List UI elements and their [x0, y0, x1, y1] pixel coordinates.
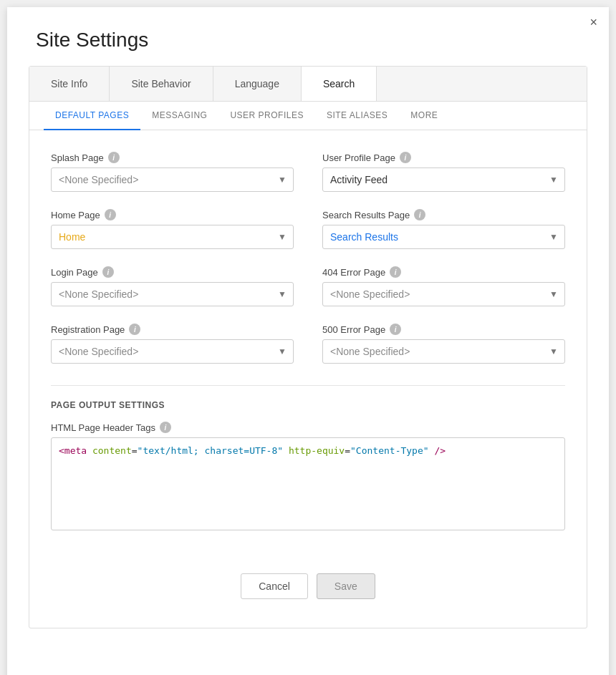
field-group-user-profile-page: User Profile Page i Activity Feed ▼	[322, 152, 565, 192]
search-results-page-select-wrapper: Search Results ▼	[322, 225, 565, 249]
search-results-page-label: Search Results Page i	[322, 209, 565, 220]
save-button[interactable]: Save	[317, 573, 375, 599]
user-profile-page-select-wrapper: Activity Feed ▼	[322, 167, 565, 192]
tab-site-info[interactable]: Site Info	[29, 67, 110, 101]
registration-page-select-wrapper: <None Specified> ▼	[51, 339, 294, 364]
registration-page-info-icon[interactable]: i	[129, 324, 140, 335]
field-group-404-page: 404 Error Page i <None Specified> ▼	[322, 266, 565, 306]
page-title: Site Settings	[7, 7, 609, 66]
error-500-page-label: 500 Error Page i	[322, 324, 565, 335]
html-tags-group: HTML Page Header Tags i <meta content="t…	[51, 422, 565, 530]
home-page-select-wrapper: Home ▼	[51, 225, 294, 249]
modal-container: × Site Settings Site Info Site Behavior …	[7, 7, 609, 675]
cancel-button[interactable]: Cancel	[241, 573, 308, 599]
error-404-page-info-icon[interactable]: i	[390, 266, 401, 278]
splash-page-select-wrapper: <None Specified> ▼	[51, 167, 294, 192]
home-page-label: Home Page i	[51, 209, 294, 220]
subtab-site-aliases[interactable]: SITE ALIASES	[315, 102, 399, 130]
error-500-page-select[interactable]: <None Specified>	[322, 339, 565, 364]
registration-page-label: Registration Page i	[51, 324, 294, 335]
user-profile-page-label: User Profile Page i	[322, 152, 565, 163]
registration-page-select[interactable]: <None Specified>	[51, 339, 294, 364]
main-tabs-bar: Site Info Site Behavior Language Search	[29, 67, 587, 102]
login-page-info-icon[interactable]: i	[102, 266, 114, 278]
settings-card: Site Info Site Behavior Language Search …	[29, 66, 587, 628]
field-group-registration-page: Registration Page i <None Specified> ▼	[51, 324, 294, 364]
home-page-select[interactable]: Home	[51, 225, 294, 249]
tab-search[interactable]: Search	[302, 67, 377, 101]
login-page-label: Login Page i	[51, 266, 294, 278]
search-results-page-select[interactable]: Search Results	[322, 225, 565, 249]
fields-grid: Splash Page i <None Specified> ▼ User Pr…	[51, 152, 565, 364]
content-area: Splash Page i <None Specified> ▼ User Pr…	[29, 130, 587, 552]
tab-site-behavior[interactable]: Site Behavior	[110, 67, 213, 101]
home-page-info-icon[interactable]: i	[105, 209, 116, 220]
subtab-more[interactable]: MORE	[399, 102, 449, 130]
subtab-messaging[interactable]: MESSAGING	[140, 102, 218, 130]
error-404-page-select[interactable]: <None Specified>	[322, 282, 565, 306]
error-500-page-info-icon[interactable]: i	[390, 324, 401, 335]
field-group-home-page: Home Page i Home ▼	[51, 209, 294, 249]
error-404-page-label: 404 Error Page i	[322, 266, 565, 278]
html-tags-info-icon[interactable]: i	[160, 422, 171, 433]
html-tags-display: <meta content="text/html; charset=UTF-8"…	[51, 437, 565, 530]
field-group-login-page: Login Page i <None Specified> ▼	[51, 266, 294, 306]
search-results-page-info-icon[interactable]: i	[414, 209, 425, 220]
user-profile-page-select[interactable]: Activity Feed	[322, 167, 565, 192]
login-page-select[interactable]: <None Specified>	[51, 282, 294, 306]
footer-buttons: Cancel Save	[29, 552, 587, 628]
error-500-page-select-wrapper: <None Specified> ▼	[322, 339, 565, 364]
splash-page-select[interactable]: <None Specified>	[51, 167, 294, 192]
login-page-select-wrapper: <None Specified> ▼	[51, 282, 294, 306]
sub-tabs-bar: DEFAULT PAGES MESSAGING USER PROFILES SI…	[29, 102, 587, 130]
tab-language[interactable]: Language	[213, 67, 302, 101]
subtab-default-pages[interactable]: DEFAULT PAGES	[44, 102, 140, 130]
field-group-search-results-page: Search Results Page i Search Results ▼	[322, 209, 565, 249]
user-profile-page-info-icon[interactable]: i	[400, 152, 411, 163]
page-output-section-title: PAGE OUTPUT SETTINGS	[51, 400, 565, 410]
splash-page-info-icon[interactable]: i	[108, 152, 120, 163]
html-tags-label: HTML Page Header Tags i	[51, 422, 565, 433]
subtab-user-profiles[interactable]: USER PROFILES	[218, 102, 315, 130]
field-group-500-page: 500 Error Page i <None Specified> ▼	[322, 324, 565, 364]
field-group-splash-page: Splash Page i <None Specified> ▼	[51, 152, 294, 192]
section-divider	[51, 385, 565, 386]
splash-page-label: Splash Page i	[51, 152, 294, 163]
error-404-page-select-wrapper: <None Specified> ▼	[322, 282, 565, 306]
close-button[interactable]: ×	[589, 16, 597, 29]
